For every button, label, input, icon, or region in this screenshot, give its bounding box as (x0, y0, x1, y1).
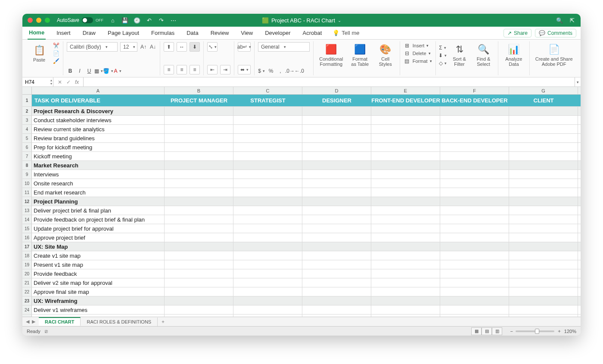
bold-button[interactable]: B (67, 68, 74, 74)
cell[interactable] (165, 287, 233, 296)
tab-acrobat[interactable]: Acrobat (302, 27, 323, 40)
cell[interactable] (509, 233, 578, 242)
cell[interactable] (302, 251, 371, 260)
column-header-C[interactable]: C (233, 87, 302, 94)
cell[interactable] (233, 242, 302, 251)
cell[interactable] (371, 107, 440, 115)
cell[interactable] (509, 215, 578, 224)
row-header-16[interactable]: 16 (22, 233, 32, 242)
cell[interactable]: Review brand guidelines (32, 134, 165, 142)
cell[interactable]: Market Research (32, 161, 165, 170)
column-header-A[interactable]: A (32, 87, 165, 94)
cell[interactable]: Deliver v2 site map for approval (32, 278, 165, 287)
tab-view[interactable]: View (239, 27, 254, 40)
tab-data[interactable]: Data (185, 27, 199, 40)
format-as-table-button[interactable]: 🟦Format as Table (348, 42, 372, 68)
cell-styles-button[interactable]: 🎨Cell Styles (375, 42, 396, 68)
history-icon[interactable]: 🕘 (134, 17, 140, 24)
number-format-select[interactable]: General (258, 42, 310, 52)
tell-me[interactable]: 💡 Tell me (333, 30, 359, 36)
more-icon[interactable]: ⋯ (170, 17, 177, 24)
cell[interactable] (233, 188, 302, 197)
orientation-button[interactable]: ⤡ (207, 42, 218, 52)
cell[interactable] (371, 143, 440, 151)
tab-developer[interactable]: Developer (264, 27, 292, 40)
cell[interactable] (165, 296, 233, 305)
cell[interactable] (165, 269, 233, 278)
cell[interactable] (233, 197, 302, 206)
cell[interactable] (371, 206, 440, 215)
cell[interactable] (440, 125, 509, 133)
cell[interactable] (371, 251, 440, 260)
row-header-21[interactable]: 21 (22, 278, 32, 287)
name-box[interactable]: H74 ▴▾ (22, 77, 53, 86)
cell[interactable]: Prep for kickoff meeting (32, 143, 165, 151)
cell[interactable] (165, 170, 233, 179)
cell[interactable] (371, 152, 440, 160)
cell[interactable] (165, 260, 233, 269)
header-cell[interactable]: CLIENT (509, 95, 578, 106)
cell[interactable] (509, 125, 578, 133)
cancel-formula-icon[interactable]: ✕ (58, 79, 62, 85)
cell[interactable] (233, 170, 302, 179)
cell[interactable] (233, 215, 302, 224)
cell[interactable] (440, 215, 509, 224)
underline-button[interactable]: U (86, 68, 93, 74)
cell[interactable] (440, 152, 509, 160)
row-header-12[interactable]: 12 (22, 197, 32, 206)
cell[interactable]: Approve project brief (32, 233, 165, 242)
tab-home[interactable]: Home (28, 27, 46, 40)
cell[interactable] (233, 269, 302, 278)
cell[interactable] (233, 206, 302, 215)
fill-icon[interactable]: ⬇ (439, 52, 446, 59)
cell[interactable] (165, 242, 233, 251)
cell[interactable] (302, 242, 371, 251)
cell[interactable]: Conduct stakeholder interviews (32, 116, 165, 124)
cell[interactable] (371, 296, 440, 305)
cell[interactable] (509, 170, 578, 179)
format-painter-icon[interactable]: 🖌️ (53, 58, 59, 65)
percent-button[interactable]: % (267, 68, 274, 74)
cell[interactable] (371, 242, 440, 251)
cell[interactable] (509, 134, 578, 142)
close-window-button[interactable] (28, 18, 33, 23)
formula-expand-button[interactable]: ▾ (575, 77, 581, 86)
cell[interactable] (233, 143, 302, 151)
cell[interactable] (440, 206, 509, 215)
cell[interactable] (440, 107, 509, 115)
cell[interactable] (165, 251, 233, 260)
cell[interactable]: UX: Wireframing (32, 296, 165, 305)
delete-cells-button[interactable]: ⊟Delete▾ (404, 50, 432, 57)
tab-insert[interactable]: Insert (55, 27, 72, 40)
cell[interactable] (440, 170, 509, 179)
conditional-formatting-button[interactable]: 🟥Conditional Formatting (317, 42, 345, 68)
zoom-slider[interactable] (516, 330, 554, 332)
cell[interactable] (509, 278, 578, 287)
increase-font-icon[interactable]: A↑ (140, 43, 147, 50)
cell[interactable] (233, 287, 302, 296)
cell[interactable] (509, 305, 578, 314)
cell[interactable] (302, 233, 371, 242)
cell[interactable] (165, 188, 233, 197)
cell[interactable]: Kickoff meeting (32, 152, 165, 160)
redo-icon[interactable]: ↷ (158, 17, 165, 24)
row-header-14[interactable]: 14 (22, 215, 32, 224)
increase-decimal-icon[interactable]: .0→ (286, 68, 293, 74)
row-header-20[interactable]: 20 (22, 269, 32, 278)
cell[interactable] (509, 224, 578, 233)
cell[interactable] (233, 179, 302, 188)
header-cell[interactable]: PROJECT MANAGER (165, 95, 233, 106)
cell[interactable] (440, 143, 509, 151)
cell[interactable] (165, 134, 233, 142)
cell[interactable] (440, 260, 509, 269)
cell[interactable] (165, 179, 233, 188)
cell[interactable] (302, 116, 371, 124)
font-name-select[interactable]: Calibri (Body) (67, 42, 118, 52)
cell[interactable] (233, 305, 302, 314)
currency-button[interactable]: $ (258, 68, 265, 74)
cell[interactable] (302, 260, 371, 269)
cell[interactable] (302, 179, 371, 188)
row-header-3[interactable]: 3 (22, 116, 32, 124)
zoom-in-button[interactable]: ＋ (557, 328, 562, 334)
font-color-button[interactable]: A (114, 68, 121, 74)
